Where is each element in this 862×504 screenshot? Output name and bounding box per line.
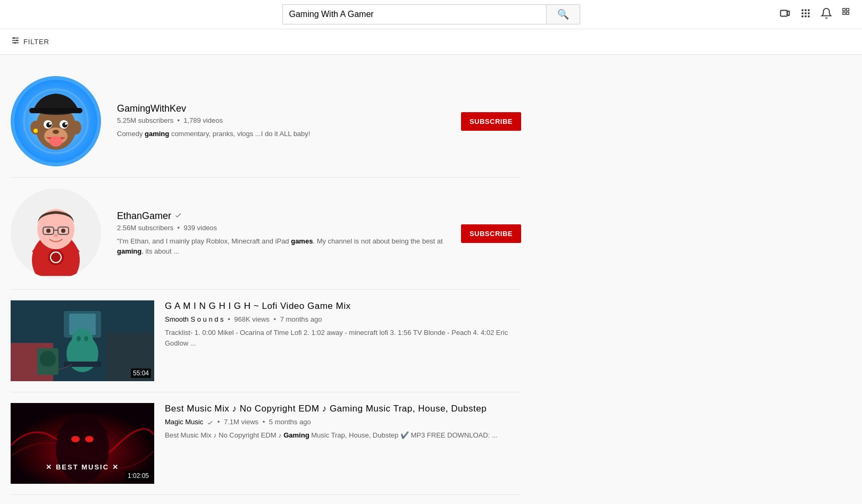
video-thumbnail-music[interactable]: ✕ BEST MUSIC ✕ 1:02:05 [11,403,154,484]
channel-meta-gamingwithkev: 5.25M subscribers • 1,789 videos [117,116,445,124]
svg-point-24 [71,121,81,135]
filter-bar: FILTER [0,29,862,55]
svg-point-16 [13,37,15,39]
svg-rect-2 [808,9,809,11]
channel-avatar-ethangamer[interactable] [11,188,101,279]
svg-point-55 [77,336,81,341]
header: 🔍 [0,0,862,29]
video-duration-music: 1:02:05 [125,471,151,481]
channel-meta-ethangamer: 2.56M subscribers • 939 videos [117,224,445,232]
svg-rect-10 [847,8,849,11]
video-title-lofi[interactable]: G A M I N G H I G H ~ Lofi Video Game Mi… [165,300,521,312]
filter-button[interactable]: FILTER [11,36,49,48]
video-channel-lofi[interactable]: Smooth S o u n d s [165,315,224,323]
svg-text:✕ BEST MUSIC ✕: ✕ BEST MUSIC ✕ [46,463,119,471]
svg-point-43 [46,229,51,233]
verified-badge-ethan [174,212,182,221]
svg-point-31 [49,123,51,125]
video-thumbnail-lofi[interactable]: 55:04 [11,300,154,381]
svg-rect-5 [808,12,809,14]
channel-desc-ethangamer: "I'm Ethan, and I mainly play Roblox, Mi… [117,236,445,257]
filter-label: FILTER [23,38,49,46]
channel-subscribers: 5.25M subscribers [117,116,173,124]
svg-rect-0 [802,9,804,11]
bell-icon[interactable] [821,7,832,22]
video-views-music: 7.1M views [224,418,258,426]
video-info-lofi: G A M I N G H I G H ~ Lofi Video Game Mi… [165,300,521,381]
subscribe-button-gamingwithkev[interactable]: SUBSCRIBE [461,112,521,131]
channel-name-ethangamer[interactable]: EthanGamer [117,211,445,222]
svg-rect-6 [802,15,804,17]
svg-point-32 [65,123,67,125]
ethan-avatar-svg [13,191,98,276]
svg-point-17 [16,40,18,41]
channel-result-ethangamer: EthanGamer 2.56M subscribers • 939 video… [11,178,521,290]
video-result-music: ✕ BEST MUSIC ✕ 1:02:05 Best Music Mix ♪ … [11,392,521,495]
svg-rect-7 [805,15,806,17]
channel-subscribers: 2.56M subscribers [117,224,173,232]
video-age-lofi: 7 months ago [280,315,322,323]
channel-name-text: EthanGamer [117,211,171,222]
channel-videos: 1,789 videos [183,116,223,124]
channel-result-gamingwithkev: GamingWithKev 5.25M subscribers • 1,789 … [11,65,521,178]
channel-videos: 939 videos [183,224,217,232]
video-result-lofi: 55:04 G A M I N G H I G H ~ Lofi Video G… [11,290,521,392]
video-info-music: Best Music Mix ♪ No Copyright EDM ♪ Gami… [165,403,521,484]
svg-point-44 [61,229,65,233]
video-channel-music[interactable]: Magic Music [165,418,203,426]
channel-avatar-gamingwithkev[interactable] [11,76,101,166]
filter-sliders-icon [11,36,20,48]
video-desc-music: Best Music Mix ♪ No Copyright EDM ♪ Gami… [165,430,521,441]
svg-point-18 [14,42,16,44]
svg-rect-1 [805,9,806,11]
video-views-lofi: 968K views [234,315,269,323]
svg-point-26 [49,136,62,147]
video-desc-lofi: Tracklist- 1. 0:00 Mikel - Ocarina of Ti… [165,327,521,348]
svg-point-29 [46,122,52,128]
svg-point-56 [84,336,88,341]
search-input[interactable] [282,4,546,24]
upload-icon[interactable] [779,7,791,22]
video-meta-lofi: Smooth S o u n d s • 968K views • 7 mont… [165,315,521,323]
video-meta-music: Magic Music • 7.1M views • 5 months ago [165,418,521,426]
svg-rect-9 [843,8,846,11]
svg-point-54 [72,329,93,352]
search-icon: 🔍 [557,9,569,20]
svg-point-30 [62,122,68,128]
account-icon[interactable] [842,7,853,22]
subscribe-button-ethangamer[interactable]: SUBSCRIBE [461,224,521,243]
grid-icon[interactable] [800,8,811,21]
svg-rect-11 [843,12,846,14]
svg-rect-34 [29,108,82,113]
video-age-music: 5 months ago [269,418,311,426]
svg-rect-8 [808,15,809,17]
svg-rect-59 [40,351,56,367]
kev-avatar-svg [13,79,98,164]
svg-point-36 [53,130,59,134]
channel-name-text: GamingWithKev [117,103,186,114]
svg-point-64 [85,436,94,442]
channel-desc-gamingwithkev: Comedy gaming commentary, pranks, vlogs … [117,129,445,139]
svg-rect-4 [805,12,806,14]
header-icons [779,7,853,22]
verified-badge-magic-music [207,418,213,426]
search-bar: 🔍 [282,4,580,24]
video-title-music[interactable]: Best Music Mix ♪ No Copyright EDM ♪ Gami… [165,403,521,415]
svg-point-35 [34,129,38,133]
video-duration-lofi: 55:04 [131,368,151,378]
search-button[interactable]: 🔍 [546,4,580,24]
svg-point-63 [71,436,80,442]
channel-info-gamingwithkev: GamingWithKev 5.25M subscribers • 1,789 … [117,103,445,139]
main-content: GamingWithKev 5.25M subscribers • 1,789 … [0,55,532,504]
channel-info-ethangamer: EthanGamer 2.56M subscribers • 939 video… [117,211,445,257]
svg-rect-12 [847,12,849,14]
svg-point-45 [54,234,58,237]
channel-name-gamingwithkev[interactable]: GamingWithKev [117,103,445,114]
svg-rect-3 [802,12,804,14]
video-result-tryhard: Best gaming music for TRYHARD No. 22 [11,495,521,504]
